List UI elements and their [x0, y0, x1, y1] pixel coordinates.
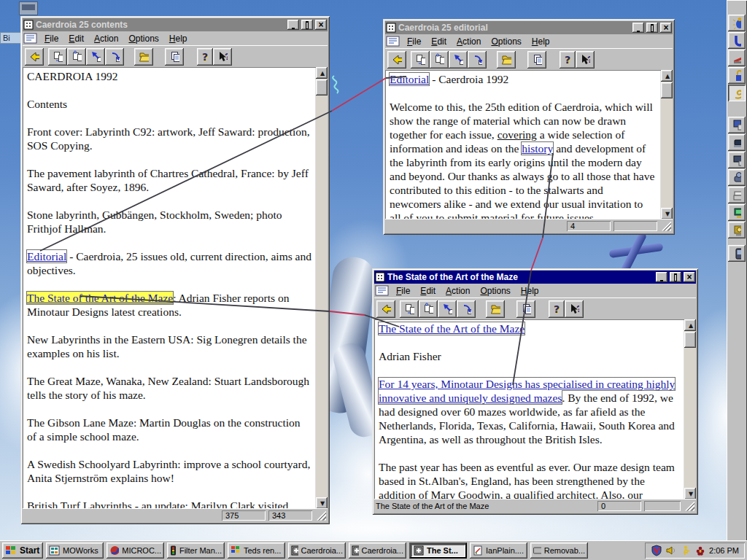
scroll-up-icon[interactable]: ▲: [661, 70, 673, 82]
menu-file[interactable]: File: [402, 36, 426, 47]
start-button[interactable]: Start: [2, 542, 43, 559]
antivirus-shield-icon[interactable]: [651, 545, 662, 556]
link-forward-icon[interactable]: [105, 48, 124, 66]
copy-pages-icon[interactable]: [516, 300, 535, 318]
scroll-down-icon[interactable]: ▼: [661, 208, 673, 219]
scanner-icon[interactable]: [728, 169, 746, 186]
page-replace-icon[interactable]: [419, 300, 438, 318]
help-icon[interactable]: ?: [560, 51, 576, 69]
task-button-filter-manager[interactable]: Filter Man...: [167, 542, 225, 559]
task-button-the-state[interactable]: The St...: [409, 542, 467, 559]
task-button-moworks[interactable]: MOWorks: [46, 542, 104, 559]
menu-help[interactable]: Help: [516, 285, 544, 297]
page-copy-icon[interactable]: [48, 48, 67, 66]
minimize-button[interactable]: [632, 23, 644, 33]
resize-grip[interactable]: [685, 502, 694, 511]
copy-pages-icon[interactable]: [527, 51, 546, 69]
menu-action[interactable]: Action: [89, 33, 123, 44]
scheduler-icon[interactable]: [680, 545, 692, 556]
menu-help[interactable]: Help: [164, 33, 193, 44]
u-clamp-icon[interactable]: [728, 32, 746, 49]
titlebar[interactable]: The State of the Art of the Maze ×: [374, 271, 696, 284]
task-button-caerdroia-1[interactable]: Caerdroia...: [288, 542, 346, 559]
padlock-icon[interactable]: [728, 67, 746, 84]
history-link[interactable]: history: [522, 142, 553, 155]
volume-icon[interactable]: [665, 545, 677, 556]
task-button-microc[interactable]: MICROC...: [107, 542, 164, 559]
handheld-icon[interactable]: [728, 245, 746, 262]
exit-door-icon[interactable]: [25, 48, 44, 66]
vertical-scrollbar[interactable]: ▲ ▼: [316, 67, 328, 509]
close-button[interactable]: ×: [684, 272, 695, 282]
virus-flower-icon[interactable]: [694, 545, 706, 556]
desktop-icon-partial[interactable]: [19, 1, 38, 15]
state-of-art-link[interactable]: The State of the Art of the Maze: [27, 292, 173, 304]
task-button-removable[interactable]: Removab...: [530, 542, 588, 559]
menu-help[interactable]: Help: [527, 36, 555, 47]
menu-edit[interactable]: Edit: [426, 36, 452, 47]
scroll-up-icon[interactable]: ▲: [316, 67, 328, 79]
document-content[interactable]: The State of the Art of the Maze Adrian …: [374, 319, 684, 499]
resize-grip[interactable]: [317, 511, 326, 521]
maximize-button[interactable]: [646, 23, 658, 33]
badge-device-icon[interactable]: [728, 222, 746, 238]
editorial-link[interactable]: Editorial: [390, 73, 429, 85]
page-replace-icon[interactable]: [67, 48, 86, 66]
scroll-thumb[interactable]: [684, 332, 696, 348]
context-help-icon[interactable]: ?: [576, 51, 595, 69]
laptop-disk-icon[interactable]: [728, 152, 746, 168]
exit-door-icon[interactable]: [376, 300, 395, 318]
menu-action[interactable]: Action: [441, 285, 475, 297]
menu-file[interactable]: File: [391, 285, 415, 297]
menu-edit[interactable]: Edit: [63, 33, 89, 44]
close-button[interactable]: ×: [660, 23, 672, 33]
titlebar[interactable]: Caerdroia 25 editorial ×: [385, 21, 673, 34]
stapler-icon[interactable]: [728, 50, 746, 66]
vertical-scrollbar[interactable]: ▲ ▼: [661, 70, 673, 219]
resize-grip[interactable]: [662, 222, 671, 231]
scroll-thumb[interactable]: [661, 82, 673, 98]
minimize-button[interactable]: [287, 20, 299, 30]
document-content[interactable]: CAERDROIA 1992 Contents Front cover: Lab…: [23, 67, 316, 509]
menu-file[interactable]: File: [39, 33, 63, 44]
menu-options[interactable]: Options: [486, 36, 526, 47]
scroll-down-icon[interactable]: ▼: [316, 497, 328, 509]
link-forward-icon[interactable]: [457, 300, 476, 318]
menu-options[interactable]: Options: [475, 285, 515, 297]
link-back-icon[interactable]: [86, 48, 105, 66]
editorial-link[interactable]: Editorial: [27, 250, 66, 262]
menu-action[interactable]: Action: [452, 36, 486, 47]
scroll-thumb[interactable]: [316, 79, 328, 96]
note-link[interactable]: covering: [498, 128, 537, 141]
hook-icon[interactable]: [728, 85, 746, 101]
desktop-icon-label[interactable]: Bi: [0, 32, 22, 44]
context-help-icon[interactable]: ?: [565, 300, 584, 318]
laptop-closed-icon[interactable]: [728, 134, 746, 151]
menu-edit[interactable]: Edit: [415, 285, 441, 297]
link-back-icon[interactable]: [438, 300, 457, 318]
bug-icon[interactable]: [728, 15, 746, 31]
printer-icon[interactable]: [728, 187, 746, 203]
scroll-up-icon[interactable]: ▲: [684, 319, 696, 331]
help-icon[interactable]: ?: [197, 48, 213, 66]
copy-pages-icon[interactable]: [165, 48, 184, 66]
task-button-ianplain[interactable]: IanPlain....: [470, 542, 527, 559]
open-folder-icon[interactable]: [486, 300, 505, 318]
minimize-button[interactable]: [656, 272, 667, 282]
exit-door-icon[interactable]: [387, 51, 406, 69]
page-copy-icon[interactable]: [400, 300, 419, 318]
clock[interactable]: 2:06 PM: [709, 546, 739, 555]
vertical-scrollbar[interactable]: ▲ ▼: [684, 319, 696, 499]
scroll-down-icon[interactable]: ▼: [684, 488, 696, 499]
floppy-devices-icon[interactable]: [728, 117, 746, 133]
task-button-teds[interactable]: Teds ren...: [228, 542, 285, 559]
maximize-button[interactable]: [301, 20, 313, 30]
document-content[interactable]: Editorial - Caerdroia 1992 Welcome to th…: [385, 70, 661, 219]
state-of-art-title-link[interactable]: The State of the Art of the Maze: [379, 322, 525, 335]
maximize-button[interactable]: [670, 272, 681, 282]
document-menu-icon[interactable]: [23, 33, 38, 44]
help-icon[interactable]: ?: [549, 300, 565, 318]
page-copy-icon[interactable]: [411, 51, 430, 69]
menu-options[interactable]: Options: [123, 33, 163, 44]
green-terminal-icon[interactable]: [728, 204, 746, 221]
